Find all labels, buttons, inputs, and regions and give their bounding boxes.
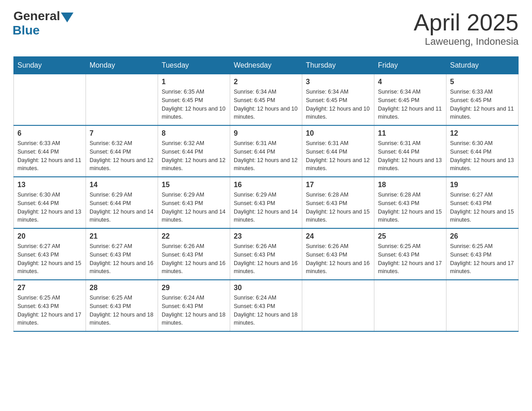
day-info: Sunrise: 6:35 AMSunset: 6:45 PMDaylight:…	[162, 88, 226, 121]
calendar-cell: 17Sunrise: 6:28 AMSunset: 6:43 PMDayligh…	[302, 177, 374, 228]
calendar-week-row: 6Sunrise: 6:33 AMSunset: 6:44 PMDaylight…	[14, 125, 519, 177]
day-info: Sunrise: 6:29 AMSunset: 6:44 PMDaylight:…	[90, 191, 154, 224]
calendar-cell: 9Sunrise: 6:31 AMSunset: 6:44 PMDaylight…	[230, 125, 302, 177]
calendar-cell	[374, 280, 446, 331]
day-info: Sunrise: 6:25 AMSunset: 6:43 PMDaylight:…	[378, 242, 442, 276]
calendar-cell: 5Sunrise: 6:33 AMSunset: 6:45 PMDaylight…	[446, 74, 519, 126]
calendar-cell: 25Sunrise: 6:25 AMSunset: 6:43 PMDayligh…	[374, 228, 446, 280]
day-info: Sunrise: 6:25 AMSunset: 6:43 PMDaylight:…	[90, 294, 154, 327]
calendar-cell: 14Sunrise: 6:29 AMSunset: 6:44 PMDayligh…	[86, 177, 158, 228]
day-number: 2	[234, 78, 298, 86]
logo: General Blue	[13, 9, 73, 38]
calendar-cell: 22Sunrise: 6:26 AMSunset: 6:43 PMDayligh…	[158, 228, 230, 280]
day-number: 22	[162, 232, 226, 240]
calendar-week-row: 20Sunrise: 6:27 AMSunset: 6:43 PMDayligh…	[14, 228, 519, 280]
calendar-cell: 12Sunrise: 6:30 AMSunset: 6:44 PMDayligh…	[446, 125, 519, 177]
day-info: Sunrise: 6:33 AMSunset: 6:45 PMDaylight:…	[450, 88, 515, 121]
calendar-cell: 30Sunrise: 6:24 AMSunset: 6:43 PMDayligh…	[230, 280, 302, 331]
logo-blue-text: Blue	[13, 23, 40, 38]
day-info: Sunrise: 6:28 AMSunset: 6:43 PMDaylight:…	[378, 191, 442, 224]
month-title: April 2025	[414, 9, 519, 36]
day-info: Sunrise: 6:34 AMSunset: 6:45 PMDaylight:…	[306, 88, 370, 121]
calendar-cell: 18Sunrise: 6:28 AMSunset: 6:43 PMDayligh…	[374, 177, 446, 228]
day-number: 4	[378, 78, 442, 86]
calendar-cell: 27Sunrise: 6:25 AMSunset: 6:43 PMDayligh…	[14, 280, 86, 331]
calendar-cell	[446, 280, 519, 331]
calendar-cell: 13Sunrise: 6:30 AMSunset: 6:44 PMDayligh…	[14, 177, 86, 228]
weekday-header-wednesday: Wednesday	[230, 57, 302, 74]
weekday-header-monday: Monday	[86, 57, 158, 74]
day-number: 27	[17, 284, 82, 292]
calendar-cell: 6Sunrise: 6:33 AMSunset: 6:44 PMDaylight…	[14, 125, 86, 177]
day-info: Sunrise: 6:26 AMSunset: 6:43 PMDaylight:…	[234, 242, 298, 276]
calendar-cell: 29Sunrise: 6:24 AMSunset: 6:43 PMDayligh…	[158, 280, 230, 331]
day-info: Sunrise: 6:34 AMSunset: 6:45 PMDaylight:…	[234, 88, 298, 121]
calendar-cell: 3Sunrise: 6:34 AMSunset: 6:45 PMDaylight…	[302, 74, 374, 126]
day-info: Sunrise: 6:32 AMSunset: 6:44 PMDaylight:…	[162, 139, 226, 173]
day-number: 1	[162, 78, 226, 86]
calendar-cell: 10Sunrise: 6:31 AMSunset: 6:44 PMDayligh…	[302, 125, 374, 177]
calendar-cell	[86, 74, 158, 126]
day-number: 16	[234, 181, 298, 189]
day-info: Sunrise: 6:28 AMSunset: 6:43 PMDaylight:…	[306, 191, 370, 224]
location-subtitle: Laweueng, Indonesia	[414, 36, 519, 47]
calendar-cell: 28Sunrise: 6:25 AMSunset: 6:43 PMDayligh…	[86, 280, 158, 331]
calendar-cell: 16Sunrise: 6:29 AMSunset: 6:43 PMDayligh…	[230, 177, 302, 228]
calendar-cell: 26Sunrise: 6:25 AMSunset: 6:43 PMDayligh…	[446, 228, 519, 280]
day-number: 13	[17, 181, 82, 189]
day-number: 7	[90, 129, 154, 137]
day-number: 28	[90, 284, 154, 292]
day-info: Sunrise: 6:34 AMSunset: 6:45 PMDaylight:…	[378, 88, 442, 121]
calendar-week-row: 27Sunrise: 6:25 AMSunset: 6:43 PMDayligh…	[14, 280, 519, 331]
calendar-cell: 8Sunrise: 6:32 AMSunset: 6:44 PMDaylight…	[158, 125, 230, 177]
day-number: 23	[234, 232, 298, 240]
calendar-cell: 4Sunrise: 6:34 AMSunset: 6:45 PMDaylight…	[374, 74, 446, 126]
day-number: 25	[378, 232, 442, 240]
title-block: April 2025 Laweueng, Indonesia	[414, 9, 519, 47]
day-number: 18	[378, 181, 442, 189]
weekday-header-tuesday: Tuesday	[158, 57, 230, 74]
calendar-cell: 15Sunrise: 6:29 AMSunset: 6:43 PMDayligh…	[158, 177, 230, 228]
day-info: Sunrise: 6:26 AMSunset: 6:43 PMDaylight:…	[162, 242, 226, 276]
day-number: 20	[17, 232, 82, 240]
day-number: 11	[378, 129, 442, 137]
day-info: Sunrise: 6:31 AMSunset: 6:44 PMDaylight:…	[306, 139, 370, 173]
weekday-header-sunday: Sunday	[14, 57, 86, 74]
day-info: Sunrise: 6:27 AMSunset: 6:43 PMDaylight:…	[17, 242, 82, 276]
calendar-cell	[302, 280, 374, 331]
weekday-header-friday: Friday	[374, 57, 446, 74]
calendar-cell: 23Sunrise: 6:26 AMSunset: 6:43 PMDayligh…	[230, 228, 302, 280]
calendar-cell: 21Sunrise: 6:27 AMSunset: 6:43 PMDayligh…	[86, 228, 158, 280]
calendar-cell	[14, 74, 86, 126]
day-info: Sunrise: 6:24 AMSunset: 6:43 PMDaylight:…	[234, 294, 298, 327]
day-number: 6	[17, 129, 82, 137]
day-number: 17	[306, 181, 370, 189]
calendar-week-row: 1Sunrise: 6:35 AMSunset: 6:45 PMDaylight…	[14, 74, 519, 126]
day-number: 8	[162, 129, 226, 137]
calendar-cell: 2Sunrise: 6:34 AMSunset: 6:45 PMDaylight…	[230, 74, 302, 126]
logo-triangle-icon	[61, 13, 73, 22]
day-info: Sunrise: 6:31 AMSunset: 6:44 PMDaylight:…	[234, 139, 298, 173]
calendar-cell: 20Sunrise: 6:27 AMSunset: 6:43 PMDayligh…	[14, 228, 86, 280]
day-number: 24	[306, 232, 370, 240]
day-number: 10	[306, 129, 370, 137]
day-info: Sunrise: 6:33 AMSunset: 6:44 PMDaylight:…	[17, 139, 82, 173]
day-number: 26	[450, 232, 515, 240]
calendar-week-row: 13Sunrise: 6:30 AMSunset: 6:44 PMDayligh…	[14, 177, 519, 228]
day-info: Sunrise: 6:27 AMSunset: 6:43 PMDaylight:…	[90, 242, 154, 276]
day-info: Sunrise: 6:30 AMSunset: 6:44 PMDaylight:…	[17, 191, 82, 224]
page-header: General Blue April 2025 Laweueng, Indone…	[13, 9, 519, 47]
day-info: Sunrise: 6:32 AMSunset: 6:44 PMDaylight:…	[90, 139, 154, 173]
day-info: Sunrise: 6:27 AMSunset: 6:43 PMDaylight:…	[450, 191, 515, 224]
day-info: Sunrise: 6:25 AMSunset: 6:43 PMDaylight:…	[450, 242, 515, 276]
calendar-cell: 19Sunrise: 6:27 AMSunset: 6:43 PMDayligh…	[446, 177, 519, 228]
calendar-table: SundayMondayTuesdayWednesdayThursdayFrid…	[13, 56, 519, 332]
day-number: 30	[234, 284, 298, 292]
day-number: 19	[450, 181, 515, 189]
calendar-cell: 1Sunrise: 6:35 AMSunset: 6:45 PMDaylight…	[158, 74, 230, 126]
day-number: 9	[234, 129, 298, 137]
day-number: 29	[162, 284, 226, 292]
logo-general-text: General	[13, 9, 60, 23]
weekday-header-thursday: Thursday	[302, 57, 374, 74]
day-number: 5	[450, 78, 515, 86]
